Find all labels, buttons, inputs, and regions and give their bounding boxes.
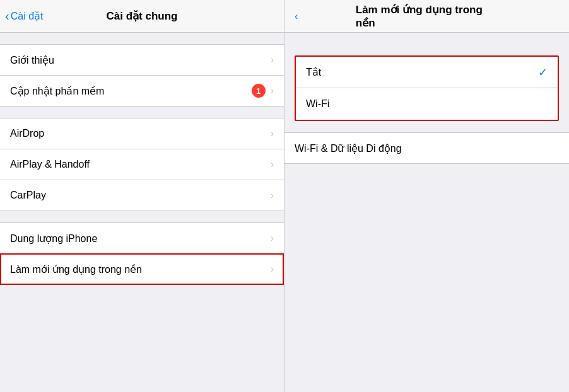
option-tat[interactable]: Tắt ✓ bbox=[296, 57, 558, 88]
dung-luong-label: Dung lượng iPhone bbox=[10, 233, 271, 245]
left-panel: ‹ Cài đặt Cài đặt chung Giới thiệu › Cập… bbox=[0, 0, 284, 392]
row-lam-moi[interactable]: Làm mới ứng dụng trong nền › bbox=[0, 253, 284, 285]
cap-nhat-label: Cập nhật phần mềm bbox=[10, 85, 252, 97]
dung-luong-chevron-icon: › bbox=[271, 233, 274, 244]
wifi-data-label: Wi-Fi & Dữ liệu Di động bbox=[295, 142, 402, 154]
options-container: Tắt ✓ Wi-Fi bbox=[284, 33, 569, 121]
option-tat-check-icon: ✓ bbox=[538, 66, 548, 79]
gioi-thieu-label: Giới thiệu bbox=[10, 54, 271, 66]
option-wifi-label: Wi-Fi bbox=[306, 98, 548, 110]
lam-moi-chevron-icon: › bbox=[271, 263, 274, 275]
right-back-icon: ‹ bbox=[295, 11, 298, 22]
right-navbar: ‹ Làm mới ứng dụng trong nền bbox=[284, 0, 569, 33]
row-gioi-thieu[interactable]: Giới thiệu › bbox=[0, 44, 284, 76]
option-wifi[interactable]: Wi-Fi bbox=[296, 88, 558, 120]
row-carplay[interactable]: CarPlay › bbox=[0, 180, 284, 211]
settings-group-1: Giới thiệu › Cập nhật phần mềm 1 › bbox=[0, 44, 284, 107]
cap-nhat-badge: 1 bbox=[252, 84, 266, 98]
row-cap-nhat[interactable]: Cập nhật phần mềm 1 › bbox=[0, 75, 284, 107]
airdrop-chevron-icon: › bbox=[271, 128, 274, 139]
gioi-thieu-chevron-icon: › bbox=[271, 54, 274, 66]
options-group: Tắt ✓ Wi-Fi bbox=[295, 55, 559, 121]
left-navbar: ‹ Cài đặt Cài đặt chung bbox=[0, 0, 284, 33]
right-panel: ‹ Làm mới ứng dụng trong nền Tắt ✓ Wi-Fi… bbox=[284, 0, 569, 392]
airdrop-label: AirDrop bbox=[10, 128, 271, 139]
lam-moi-label: Làm mới ứng dụng trong nền bbox=[10, 263, 271, 275]
left-back-label: Cài đặt bbox=[11, 10, 44, 22]
left-nav-title: Cài đặt chung bbox=[107, 9, 178, 23]
left-back-button[interactable]: ‹ Cài đặt bbox=[5, 9, 43, 23]
row-airplay[interactable]: AirPlay & Handoff › bbox=[0, 149, 284, 180]
carplay-label: CarPlay bbox=[10, 190, 271, 201]
cap-nhat-chevron-icon: › bbox=[271, 85, 274, 96]
airplay-label: AirPlay & Handoff bbox=[10, 159, 271, 170]
settings-group-2: AirDrop › AirPlay & Handoff › CarPlay › bbox=[0, 118, 284, 211]
row-airdrop[interactable]: AirDrop › bbox=[0, 118, 284, 149]
airplay-chevron-icon: › bbox=[271, 159, 274, 170]
option-tat-label: Tắt bbox=[306, 66, 538, 78]
carplay-chevron-icon: › bbox=[271, 190, 274, 201]
option-wifi-data[interactable]: Wi-Fi & Dữ liệu Di động bbox=[284, 132, 569, 164]
left-chevron-icon: ‹ bbox=[5, 9, 9, 23]
right-nav-title: Làm mới ứng dụng trong nền bbox=[356, 3, 498, 30]
settings-group-3: Dung lượng iPhone › Làm mới ứng dụng tro… bbox=[0, 222, 284, 285]
row-dung-luong[interactable]: Dung lượng iPhone › bbox=[0, 222, 284, 254]
right-back-button[interactable]: ‹ bbox=[295, 11, 298, 22]
